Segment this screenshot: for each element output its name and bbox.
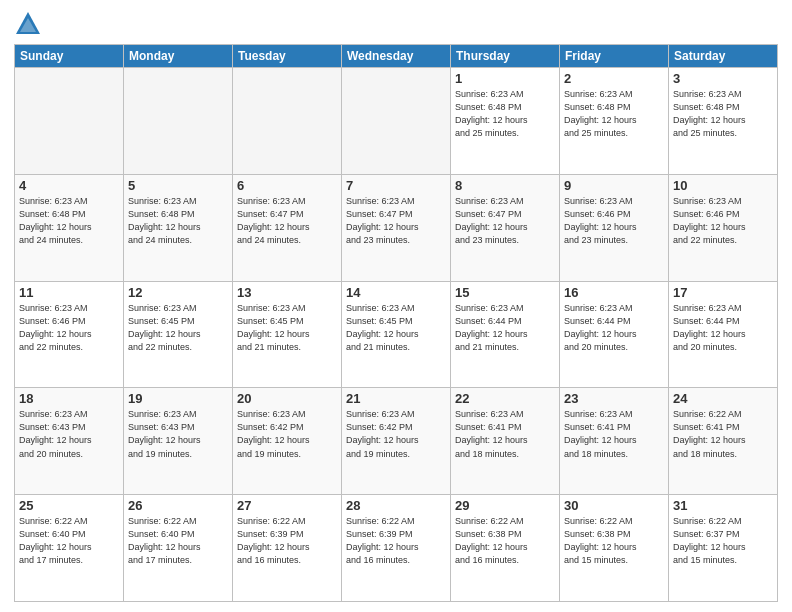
day-number: 18 <box>19 391 119 406</box>
calendar-cell: 21Sunrise: 6:23 AM Sunset: 6:42 PM Dayli… <box>342 388 451 495</box>
day-info: Sunrise: 6:22 AM Sunset: 6:38 PM Dayligh… <box>455 515 555 567</box>
weekday-saturday: Saturday <box>669 45 778 68</box>
weekday-wednesday: Wednesday <box>342 45 451 68</box>
calendar-cell: 10Sunrise: 6:23 AM Sunset: 6:46 PM Dayli… <box>669 174 778 281</box>
day-info: Sunrise: 6:23 AM Sunset: 6:45 PM Dayligh… <box>346 302 446 354</box>
day-number: 23 <box>564 391 664 406</box>
weekday-friday: Friday <box>560 45 669 68</box>
day-number: 17 <box>673 285 773 300</box>
day-info: Sunrise: 6:23 AM Sunset: 6:44 PM Dayligh… <box>564 302 664 354</box>
day-info: Sunrise: 6:22 AM Sunset: 6:40 PM Dayligh… <box>19 515 119 567</box>
day-info: Sunrise: 6:23 AM Sunset: 6:45 PM Dayligh… <box>237 302 337 354</box>
calendar-cell: 5Sunrise: 6:23 AM Sunset: 6:48 PM Daylig… <box>124 174 233 281</box>
weekday-thursday: Thursday <box>451 45 560 68</box>
logo <box>14 10 46 38</box>
calendar-cell: 31Sunrise: 6:22 AM Sunset: 6:37 PM Dayli… <box>669 495 778 602</box>
calendar-cell: 28Sunrise: 6:22 AM Sunset: 6:39 PM Dayli… <box>342 495 451 602</box>
day-info: Sunrise: 6:23 AM Sunset: 6:41 PM Dayligh… <box>564 408 664 460</box>
day-info: Sunrise: 6:22 AM Sunset: 6:39 PM Dayligh… <box>237 515 337 567</box>
day-info: Sunrise: 6:23 AM Sunset: 6:44 PM Dayligh… <box>455 302 555 354</box>
weekday-tuesday: Tuesday <box>233 45 342 68</box>
day-number: 20 <box>237 391 337 406</box>
day-info: Sunrise: 6:23 AM Sunset: 6:46 PM Dayligh… <box>19 302 119 354</box>
page-header <box>14 10 778 38</box>
weekday-monday: Monday <box>124 45 233 68</box>
day-info: Sunrise: 6:23 AM Sunset: 6:48 PM Dayligh… <box>19 195 119 247</box>
calendar-cell: 25Sunrise: 6:22 AM Sunset: 6:40 PM Dayli… <box>15 495 124 602</box>
day-number: 27 <box>237 498 337 513</box>
logo-icon <box>14 10 42 38</box>
week-row-3: 18Sunrise: 6:23 AM Sunset: 6:43 PM Dayli… <box>15 388 778 495</box>
day-number: 11 <box>19 285 119 300</box>
week-row-2: 11Sunrise: 6:23 AM Sunset: 6:46 PM Dayli… <box>15 281 778 388</box>
day-number: 28 <box>346 498 446 513</box>
day-info: Sunrise: 6:23 AM Sunset: 6:43 PM Dayligh… <box>128 408 228 460</box>
calendar-cell: 14Sunrise: 6:23 AM Sunset: 6:45 PM Dayli… <box>342 281 451 388</box>
day-number: 24 <box>673 391 773 406</box>
day-number: 9 <box>564 178 664 193</box>
calendar-cell: 12Sunrise: 6:23 AM Sunset: 6:45 PM Dayli… <box>124 281 233 388</box>
day-info: Sunrise: 6:23 AM Sunset: 6:48 PM Dayligh… <box>673 88 773 140</box>
day-number: 6 <box>237 178 337 193</box>
calendar-cell: 2Sunrise: 6:23 AM Sunset: 6:48 PM Daylig… <box>560 68 669 175</box>
day-info: Sunrise: 6:23 AM Sunset: 6:46 PM Dayligh… <box>673 195 773 247</box>
calendar-cell: 22Sunrise: 6:23 AM Sunset: 6:41 PM Dayli… <box>451 388 560 495</box>
day-info: Sunrise: 6:23 AM Sunset: 6:42 PM Dayligh… <box>237 408 337 460</box>
calendar-cell: 27Sunrise: 6:22 AM Sunset: 6:39 PM Dayli… <box>233 495 342 602</box>
calendar-cell <box>15 68 124 175</box>
weekday-sunday: Sunday <box>15 45 124 68</box>
calendar-cell: 29Sunrise: 6:22 AM Sunset: 6:38 PM Dayli… <box>451 495 560 602</box>
calendar-cell: 4Sunrise: 6:23 AM Sunset: 6:48 PM Daylig… <box>15 174 124 281</box>
day-number: 12 <box>128 285 228 300</box>
calendar-cell: 20Sunrise: 6:23 AM Sunset: 6:42 PM Dayli… <box>233 388 342 495</box>
day-info: Sunrise: 6:23 AM Sunset: 6:43 PM Dayligh… <box>19 408 119 460</box>
day-info: Sunrise: 6:22 AM Sunset: 6:39 PM Dayligh… <box>346 515 446 567</box>
day-number: 21 <box>346 391 446 406</box>
day-number: 3 <box>673 71 773 86</box>
day-number: 4 <box>19 178 119 193</box>
day-number: 13 <box>237 285 337 300</box>
week-row-4: 25Sunrise: 6:22 AM Sunset: 6:40 PM Dayli… <box>15 495 778 602</box>
day-info: Sunrise: 6:23 AM Sunset: 6:47 PM Dayligh… <box>346 195 446 247</box>
day-info: Sunrise: 6:23 AM Sunset: 6:47 PM Dayligh… <box>455 195 555 247</box>
calendar-cell: 7Sunrise: 6:23 AM Sunset: 6:47 PM Daylig… <box>342 174 451 281</box>
day-number: 5 <box>128 178 228 193</box>
calendar-cell: 13Sunrise: 6:23 AM Sunset: 6:45 PM Dayli… <box>233 281 342 388</box>
calendar-cell: 6Sunrise: 6:23 AM Sunset: 6:47 PM Daylig… <box>233 174 342 281</box>
day-info: Sunrise: 6:23 AM Sunset: 6:47 PM Dayligh… <box>237 195 337 247</box>
calendar-cell: 26Sunrise: 6:22 AM Sunset: 6:40 PM Dayli… <box>124 495 233 602</box>
day-number: 8 <box>455 178 555 193</box>
calendar-cell: 30Sunrise: 6:22 AM Sunset: 6:38 PM Dayli… <box>560 495 669 602</box>
calendar-cell: 11Sunrise: 6:23 AM Sunset: 6:46 PM Dayli… <box>15 281 124 388</box>
calendar-cell <box>233 68 342 175</box>
calendar-cell <box>124 68 233 175</box>
calendar-cell: 3Sunrise: 6:23 AM Sunset: 6:48 PM Daylig… <box>669 68 778 175</box>
calendar-cell: 24Sunrise: 6:22 AM Sunset: 6:41 PM Dayli… <box>669 388 778 495</box>
calendar-cell: 9Sunrise: 6:23 AM Sunset: 6:46 PM Daylig… <box>560 174 669 281</box>
day-info: Sunrise: 6:23 AM Sunset: 6:45 PM Dayligh… <box>128 302 228 354</box>
day-info: Sunrise: 6:23 AM Sunset: 6:41 PM Dayligh… <box>455 408 555 460</box>
day-number: 19 <box>128 391 228 406</box>
day-number: 15 <box>455 285 555 300</box>
day-info: Sunrise: 6:23 AM Sunset: 6:48 PM Dayligh… <box>564 88 664 140</box>
day-number: 1 <box>455 71 555 86</box>
calendar: SundayMondayTuesdayWednesdayThursdayFrid… <box>14 44 778 602</box>
day-info: Sunrise: 6:22 AM Sunset: 6:40 PM Dayligh… <box>128 515 228 567</box>
calendar-cell: 19Sunrise: 6:23 AM Sunset: 6:43 PM Dayli… <box>124 388 233 495</box>
weekday-header-row: SundayMondayTuesdayWednesdayThursdayFrid… <box>15 45 778 68</box>
day-number: 31 <box>673 498 773 513</box>
day-info: Sunrise: 6:23 AM Sunset: 6:42 PM Dayligh… <box>346 408 446 460</box>
day-number: 10 <box>673 178 773 193</box>
day-number: 7 <box>346 178 446 193</box>
day-number: 2 <box>564 71 664 86</box>
day-info: Sunrise: 6:23 AM Sunset: 6:46 PM Dayligh… <box>564 195 664 247</box>
day-info: Sunrise: 6:22 AM Sunset: 6:37 PM Dayligh… <box>673 515 773 567</box>
calendar-cell: 18Sunrise: 6:23 AM Sunset: 6:43 PM Dayli… <box>15 388 124 495</box>
day-number: 29 <box>455 498 555 513</box>
week-row-1: 4Sunrise: 6:23 AM Sunset: 6:48 PM Daylig… <box>15 174 778 281</box>
day-number: 22 <box>455 391 555 406</box>
day-number: 30 <box>564 498 664 513</box>
calendar-cell: 8Sunrise: 6:23 AM Sunset: 6:47 PM Daylig… <box>451 174 560 281</box>
day-info: Sunrise: 6:23 AM Sunset: 6:48 PM Dayligh… <box>455 88 555 140</box>
calendar-cell: 16Sunrise: 6:23 AM Sunset: 6:44 PM Dayli… <box>560 281 669 388</box>
